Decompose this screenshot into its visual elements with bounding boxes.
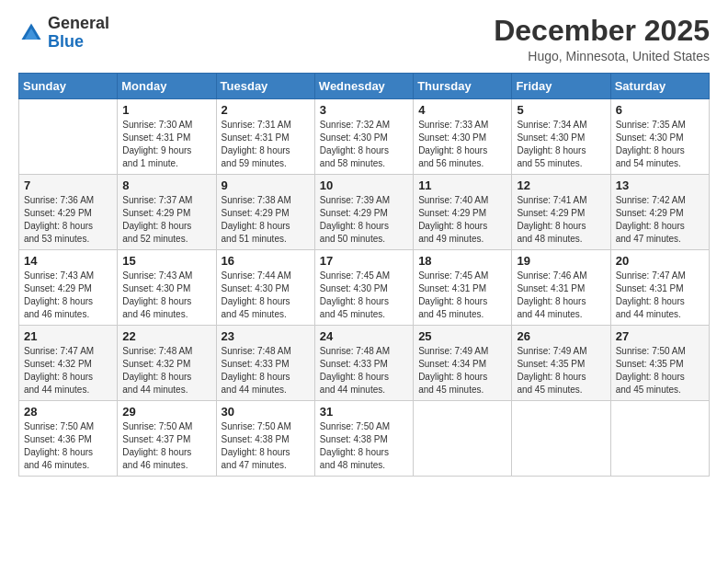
day-number: 20 (616, 254, 704, 268)
calendar-cell: 26Sunrise: 7:49 AMSunset: 4:35 PMDayligh… (512, 326, 610, 401)
day-number: 22 (122, 329, 210, 343)
day-info: Sunrise: 7:47 AMSunset: 4:31 PMDaylight:… (616, 270, 704, 321)
calendar-cell: 8Sunrise: 7:37 AMSunset: 4:29 PMDaylight… (118, 175, 216, 250)
day-number: 27 (616, 329, 704, 343)
calendar-cell: 23Sunrise: 7:48 AMSunset: 4:33 PMDayligh… (216, 326, 314, 401)
calendar-cell: 22Sunrise: 7:48 AMSunset: 4:32 PMDayligh… (118, 326, 216, 401)
day-number: 18 (418, 254, 506, 268)
calendar-header-saturday: Saturday (610, 74, 709, 99)
day-info: Sunrise: 7:49 AMSunset: 4:34 PMDaylight:… (418, 345, 506, 396)
day-info: Sunrise: 7:46 AMSunset: 4:31 PMDaylight:… (517, 270, 605, 321)
calendar-header-wednesday: Wednesday (314, 74, 413, 99)
logo-icon (18, 20, 44, 46)
calendar-cell: 9Sunrise: 7:38 AMSunset: 4:29 PMDaylight… (216, 175, 314, 250)
calendar-header-sunday: Sunday (19, 74, 118, 99)
day-info: Sunrise: 7:35 AMSunset: 4:30 PMDaylight:… (616, 119, 704, 170)
day-number: 16 (222, 254, 310, 268)
day-info: Sunrise: 7:50 AMSunset: 4:38 PMDaylight:… (222, 420, 310, 472)
day-number: 5 (517, 103, 605, 117)
calendar-cell: 20Sunrise: 7:47 AMSunset: 4:31 PMDayligh… (610, 250, 709, 326)
calendar-cell: 7Sunrise: 7:36 AMSunset: 4:29 PMDaylight… (19, 175, 118, 250)
week-row-2: 7Sunrise: 7:36 AMSunset: 4:29 PMDaylight… (19, 175, 710, 250)
day-info: Sunrise: 7:45 AMSunset: 4:30 PMDaylight:… (320, 270, 408, 321)
header: General Blue December 2025 Hugo, Minneso… (18, 15, 710, 63)
logo-blue: Blue (48, 32, 84, 51)
calendar-cell: 13Sunrise: 7:42 AMSunset: 4:29 PMDayligh… (610, 175, 709, 250)
calendar-cell: 12Sunrise: 7:41 AMSunset: 4:29 PMDayligh… (512, 175, 610, 250)
calendar-cell: 14Sunrise: 7:43 AMSunset: 4:29 PMDayligh… (19, 250, 118, 326)
calendar-cell (610, 401, 709, 477)
day-info: Sunrise: 7:49 AMSunset: 4:35 PMDaylight:… (517, 345, 605, 396)
day-number: 11 (418, 178, 506, 192)
day-number: 14 (24, 254, 112, 268)
day-number: 26 (517, 329, 605, 343)
calendar-cell: 1Sunrise: 7:30 AMSunset: 4:31 PMDaylight… (118, 99, 216, 175)
day-info: Sunrise: 7:47 AMSunset: 4:32 PMDaylight:… (24, 345, 112, 396)
calendar-cell (414, 401, 512, 477)
calendar-cell: 10Sunrise: 7:39 AMSunset: 4:29 PMDayligh… (314, 175, 413, 250)
day-info: Sunrise: 7:38 AMSunset: 4:29 PMDaylight:… (222, 194, 310, 246)
day-number: 19 (517, 254, 605, 268)
calendar-cell: 15Sunrise: 7:43 AMSunset: 4:30 PMDayligh… (118, 250, 216, 326)
calendar-cell: 16Sunrise: 7:44 AMSunset: 4:30 PMDayligh… (216, 250, 314, 326)
calendar-cell: 18Sunrise: 7:45 AMSunset: 4:31 PMDayligh… (414, 250, 512, 326)
logo: General Blue (18, 15, 109, 52)
day-info: Sunrise: 7:32 AMSunset: 4:30 PMDaylight:… (320, 119, 408, 170)
calendar-cell: 25Sunrise: 7:49 AMSunset: 4:34 PMDayligh… (414, 326, 512, 401)
day-number: 15 (122, 254, 210, 268)
day-number: 4 (418, 103, 506, 117)
calendar-cell: 29Sunrise: 7:50 AMSunset: 4:37 PMDayligh… (118, 401, 216, 477)
day-info: Sunrise: 7:36 AMSunset: 4:29 PMDaylight:… (24, 194, 112, 246)
day-number: 21 (24, 329, 112, 343)
day-info: Sunrise: 7:50 AMSunset: 4:38 PMDaylight:… (320, 420, 408, 472)
day-number: 28 (24, 405, 112, 419)
day-info: Sunrise: 7:50 AMSunset: 4:36 PMDaylight:… (24, 420, 112, 472)
calendar-cell: 30Sunrise: 7:50 AMSunset: 4:38 PMDayligh… (216, 401, 314, 477)
calendar-header-row: SundayMondayTuesdayWednesdayThursdayFrid… (19, 74, 710, 99)
logo-text: General Blue (48, 15, 109, 52)
day-number: 2 (222, 103, 310, 117)
week-row-3: 14Sunrise: 7:43 AMSunset: 4:29 PMDayligh… (19, 250, 710, 326)
calendar-header-thursday: Thursday (414, 74, 512, 99)
day-number: 25 (418, 329, 506, 343)
calendar-cell: 3Sunrise: 7:32 AMSunset: 4:30 PMDaylight… (314, 99, 413, 175)
calendar-cell: 5Sunrise: 7:34 AMSunset: 4:30 PMDaylight… (512, 99, 610, 175)
day-info: Sunrise: 7:33 AMSunset: 4:30 PMDaylight:… (418, 119, 506, 170)
calendar-header-friday: Friday (512, 74, 610, 99)
day-number: 7 (24, 178, 112, 192)
title-block: December 2025 Hugo, Minnesota, United St… (494, 15, 710, 63)
day-info: Sunrise: 7:50 AMSunset: 4:37 PMDaylight:… (122, 420, 210, 472)
calendar-cell: 28Sunrise: 7:50 AMSunset: 4:36 PMDayligh… (19, 401, 118, 477)
week-row-1: 1Sunrise: 7:30 AMSunset: 4:31 PMDaylight… (19, 99, 710, 175)
day-number: 6 (616, 103, 704, 117)
day-info: Sunrise: 7:48 AMSunset: 4:33 PMDaylight:… (222, 345, 310, 396)
day-number: 23 (222, 329, 310, 343)
day-number: 29 (122, 405, 210, 419)
calendar-cell: 17Sunrise: 7:45 AMSunset: 4:30 PMDayligh… (314, 250, 413, 326)
calendar-cell (19, 99, 118, 175)
day-number: 3 (320, 103, 408, 117)
calendar-header-monday: Monday (118, 74, 216, 99)
day-number: 24 (320, 329, 408, 343)
day-info: Sunrise: 7:41 AMSunset: 4:29 PMDaylight:… (517, 194, 605, 246)
calendar-cell: 27Sunrise: 7:50 AMSunset: 4:35 PMDayligh… (610, 326, 709, 401)
day-number: 30 (222, 405, 310, 419)
month-title: December 2025 (494, 15, 710, 47)
calendar-cell: 11Sunrise: 7:40 AMSunset: 4:29 PMDayligh… (414, 175, 512, 250)
calendar: SundayMondayTuesdayWednesdayThursdayFrid… (18, 73, 710, 477)
day-info: Sunrise: 7:44 AMSunset: 4:30 PMDaylight:… (222, 270, 310, 321)
day-number: 10 (320, 178, 408, 192)
page: General Blue December 2025 Hugo, Minneso… (0, 0, 728, 563)
day-info: Sunrise: 7:42 AMSunset: 4:29 PMDaylight:… (616, 194, 704, 246)
day-number: 31 (320, 405, 408, 419)
calendar-cell: 4Sunrise: 7:33 AMSunset: 4:30 PMDaylight… (414, 99, 512, 175)
calendar-cell: 6Sunrise: 7:35 AMSunset: 4:30 PMDaylight… (610, 99, 709, 175)
calendar-cell: 21Sunrise: 7:47 AMSunset: 4:32 PMDayligh… (19, 326, 118, 401)
day-number: 13 (616, 178, 704, 192)
day-number: 12 (517, 178, 605, 192)
calendar-cell (512, 401, 610, 477)
calendar-cell: 2Sunrise: 7:31 AMSunset: 4:31 PMDaylight… (216, 99, 314, 175)
day-info: Sunrise: 7:34 AMSunset: 4:30 PMDaylight:… (517, 119, 605, 170)
day-info: Sunrise: 7:48 AMSunset: 4:32 PMDaylight:… (122, 345, 210, 396)
day-info: Sunrise: 7:37 AMSunset: 4:29 PMDaylight:… (122, 194, 210, 246)
